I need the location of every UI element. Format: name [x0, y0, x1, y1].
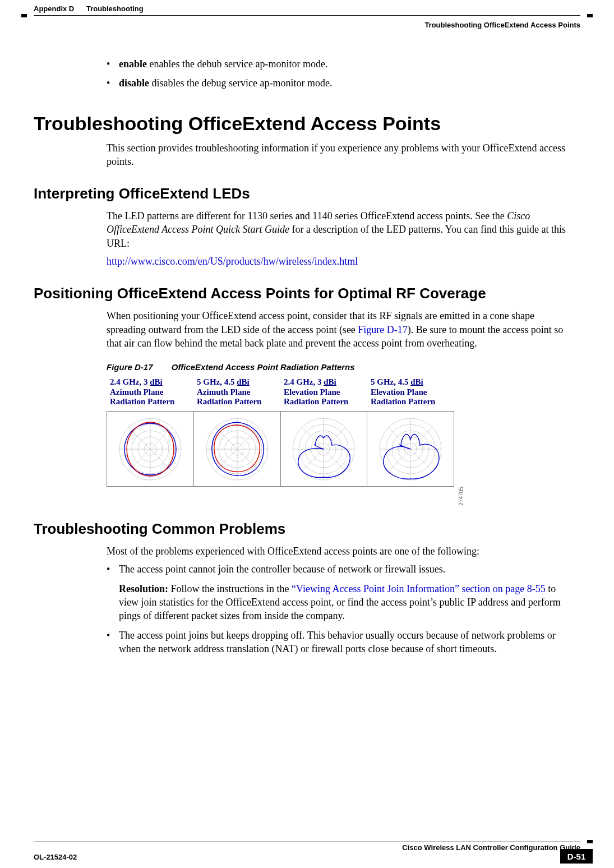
- list-item: The access point cannot join the control…: [107, 562, 569, 622]
- resolution-paragraph: Resolution: Follow the instructions in t…: [119, 582, 569, 623]
- header-mark-left: [21, 14, 27, 17]
- text: The LED patterns are different for 1130 …: [107, 210, 507, 221]
- text: 2.4 GHz, 3: [110, 377, 150, 386]
- list-item: disable disables the debug service ap-mo…: [107, 76, 569, 90]
- polar-chart-icon: [114, 413, 187, 486]
- text: Radiation Pattern: [371, 397, 435, 406]
- figure-column-header: 5 GHz, 4.5 dBi Azimuth Plane Radiation P…: [193, 375, 280, 411]
- section-heading-h2: Troubleshooting Common Problems: [34, 520, 580, 538]
- header-appendix: Appendix D Troubleshooting: [34, 4, 580, 13]
- polar-plot-elevation-5ghz: [367, 411, 454, 487]
- section-heading-h1: Troubleshooting OfficeExtend Access Poin…: [34, 113, 580, 135]
- text: Elevation Plane: [371, 387, 427, 396]
- h2a-body: The LED patterns are different for 1130 …: [107, 209, 569, 268]
- text: The access point cannot join the control…: [119, 564, 445, 575]
- polar-chart-icon: [287, 413, 360, 486]
- running-head: Troubleshooting OfficeExtend Access Poin…: [34, 21, 580, 29]
- h2c-body: Most of the problems experienced with Of…: [107, 544, 569, 655]
- figure-radiation-patterns: 2.4 GHz, 3 dBi Azimuth Plane Radiation P…: [107, 375, 454, 487]
- footer-mark: [587, 840, 593, 843]
- text-underline: dBi: [324, 377, 336, 386]
- term: disable: [119, 77, 149, 89]
- text: 2.4 GHz, 3: [284, 377, 324, 386]
- header-mark-right: [587, 14, 593, 17]
- appendix-title: Troubleshooting: [86, 4, 144, 13]
- text: 5 GHz, 4.5: [197, 377, 237, 386]
- external-url-link[interactable]: http://www.cisco.com/en/US/products/hw/w…: [107, 256, 358, 267]
- paragraph: This section provides troubleshooting in…: [107, 141, 569, 169]
- page-number-badge: D-51: [560, 849, 593, 864]
- page-footer: Cisco Wireless LAN Controller Configurat…: [34, 842, 580, 861]
- term: enable: [119, 58, 147, 70]
- figure-caption: Figure D-17 OfficeExtend Access Point Ra…: [107, 362, 569, 372]
- figure-id-label: 274705: [458, 487, 464, 505]
- h2b-body: When positioning your OfficeExtend acces…: [107, 309, 569, 487]
- figure-plot-row: 274705: [107, 411, 454, 487]
- url-line: http://www.cisco.com/en/US/products/hw/w…: [107, 255, 569, 268]
- polar-chart-icon: [374, 413, 447, 486]
- figure-column-header: 5 GHz, 4.5 dBi Elevation Plane Radiation…: [367, 375, 454, 411]
- paragraph: The LED patterns are different for 1130 …: [107, 209, 569, 250]
- text: Follow the instructions in the: [168, 583, 292, 594]
- appendix-label: Appendix D: [34, 4, 74, 13]
- figure-title: OfficeExtend Access Point Radiation Patt…: [172, 362, 355, 372]
- term-rest: disables the debug service ap-monitor mo…: [149, 77, 332, 89]
- resolution-label: Resolution:: [119, 583, 168, 594]
- text-underline: dBi: [410, 377, 423, 386]
- figure-column-header: 2.4 GHz, 3 dBi Azimuth Plane Radiation P…: [107, 375, 193, 411]
- intro-bullet-list: enable enables the debub service ap-moni…: [107, 57, 569, 90]
- text: Radiation Pattern: [197, 397, 261, 406]
- figure-crossref-link[interactable]: Figure D-17: [358, 324, 408, 335]
- text: Radiation Pattern: [284, 397, 348, 406]
- text: 5 GHz, 4.5: [371, 377, 410, 386]
- polar-plot-elevation-24ghz: [281, 411, 368, 487]
- figure-label: Figure D-17: [107, 362, 153, 372]
- intro-bullets-container: enable enables the debub service ap-moni…: [107, 57, 569, 90]
- text: Azimuth Plane: [110, 387, 163, 396]
- text: Radiation Pattern: [110, 397, 174, 406]
- footer-doc-number: OL-21524-02: [34, 853, 77, 861]
- polar-plot-azimuth-24ghz: [107, 411, 194, 487]
- paragraph: Most of the problems experienced with Of…: [107, 544, 569, 558]
- text: The access point joins but keeps droppin…: [119, 630, 556, 654]
- section-crossref-link[interactable]: “Viewing Access Point Join Information” …: [292, 583, 546, 594]
- footer-book-title: Cisco Wireless LAN Controller Configurat…: [34, 843, 580, 852]
- text-underline: dBi: [237, 377, 250, 386]
- polar-plot-azimuth-5ghz: [194, 411, 281, 487]
- figure-column-header: 2.4 GHz, 3 dBi Elevation Plane Radiation…: [280, 375, 367, 411]
- paragraph: When positioning your OfficeExtend acces…: [107, 309, 569, 350]
- polar-chart-icon: [201, 413, 274, 486]
- page: Appendix D Troubleshooting Troubleshooti…: [0, 0, 614, 868]
- header-rule: [34, 15, 580, 19]
- section-heading-h2: Positioning OfficeExtend Access Points f…: [34, 285, 580, 302]
- h1-body: This section provides troubleshooting in…: [107, 141, 569, 169]
- list-item: The access point joins but keeps droppin…: [107, 629, 569, 656]
- term-rest: enables the debub service ap-monitor mod…: [147, 58, 327, 70]
- section-heading-h2: Interpreting OfficeExtend LEDs: [34, 185, 580, 202]
- problem-list: The access point cannot join the control…: [107, 562, 569, 655]
- figure-header-row: 2.4 GHz, 3 dBi Azimuth Plane Radiation P…: [107, 375, 454, 411]
- page-header: Appendix D Troubleshooting Troubleshooti…: [34, 0, 580, 29]
- text-underline: dBi: [150, 377, 163, 386]
- list-item: enable enables the debub service ap-moni…: [107, 57, 569, 71]
- text: Azimuth Plane: [197, 387, 250, 396]
- footer-rule: [34, 842, 580, 842]
- text: Elevation Plane: [284, 387, 340, 396]
